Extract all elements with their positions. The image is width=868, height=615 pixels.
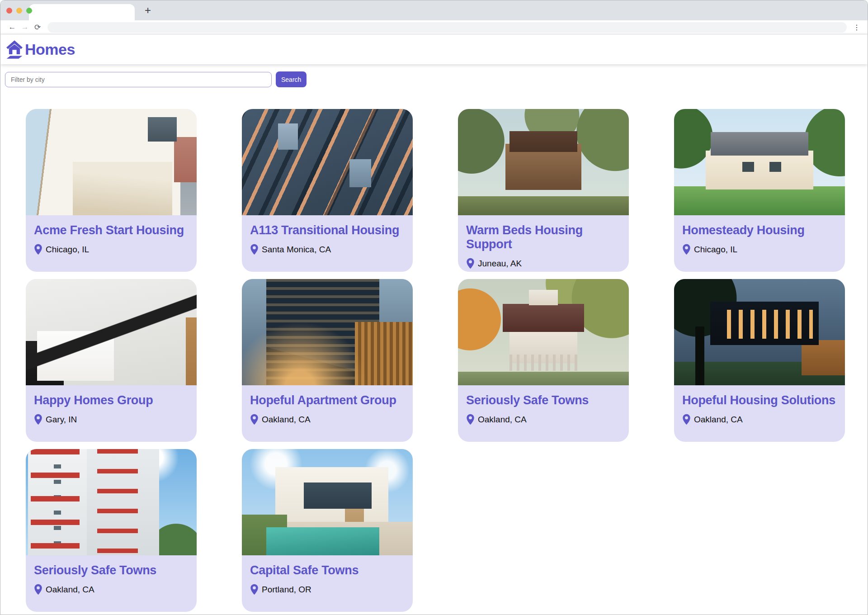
location-pin-icon <box>682 244 691 255</box>
location-pin-icon <box>466 414 475 425</box>
listing-name: Hopeful Apartment Group <box>250 393 405 407</box>
browser-tab[interactable] <box>29 4 135 20</box>
search-form: Search <box>5 71 863 87</box>
back-icon[interactable]: ← <box>6 21 19 33</box>
listing-card-body: Happy Homes Group Gary, IN <box>26 385 197 425</box>
listing-card[interactable]: A113 Transitional Housing Santa Monica, … <box>242 109 413 272</box>
close-button[interactable] <box>6 8 12 14</box>
listing-location: Santa Monica, CA <box>250 244 405 255</box>
listing-city: Chicago, IL <box>694 245 737 255</box>
listing-location: Gary, IN <box>34 414 189 425</box>
listing-card[interactable]: Hopeful Housing Solutions Oakland, CA <box>674 279 845 442</box>
listing-photo <box>674 279 845 385</box>
location-pin-icon <box>34 244 42 255</box>
city-filter-input[interactable] <box>5 72 272 87</box>
listing-card[interactable]: Hopeful Apartment Group Oakland, CA <box>242 279 413 442</box>
listing-city: Gary, IN <box>46 415 77 425</box>
listing-card[interactable]: Happy Homes Group Gary, IN <box>26 279 197 442</box>
location-pin-icon <box>250 244 259 255</box>
new-tab-button[interactable]: + <box>141 4 155 17</box>
tab-strip: + <box>0 0 868 20</box>
listing-card-body: Seriously Safe Towns Oakland, CA <box>458 385 629 425</box>
listing-city: Oakland, CA <box>46 585 94 595</box>
address-bar[interactable] <box>47 22 847 33</box>
app-title: Homes <box>25 41 75 58</box>
listing-city: Oakland, CA <box>478 415 527 425</box>
listing-card-body: A113 Transitional Housing Santa Monica, … <box>242 215 413 255</box>
main-content: Search Acme Fresh Start Housing Chicago,… <box>0 64 868 615</box>
listing-name: Hopeful Housing Solutions <box>682 393 837 407</box>
listing-location: Juneau, AK <box>466 258 621 269</box>
location-pin-icon <box>250 584 259 595</box>
listing-name: Seriously Safe Towns <box>466 393 621 407</box>
listing-location: Oakland, CA <box>34 584 189 595</box>
listing-photo <box>242 449 413 555</box>
listing-name: Capital Safe Towns <box>250 563 405 577</box>
listing-photo <box>674 109 845 215</box>
listing-city: Portland, OR <box>262 585 311 595</box>
listing-name: Seriously Safe Towns <box>34 563 189 577</box>
listing-photo <box>242 279 413 385</box>
listing-photo <box>458 279 629 385</box>
listing-city: Chicago, IL <box>46 245 89 255</box>
listing-location: Oakland, CA <box>250 414 405 425</box>
location-pin-icon <box>682 414 691 425</box>
listing-card[interactable]: Warm Beds Housing Support Juneau, AK <box>458 109 629 272</box>
location-pin-icon <box>34 414 42 425</box>
listing-card-body: Acme Fresh Start Housing Chicago, IL <box>26 215 197 255</box>
listing-photo <box>26 109 197 215</box>
listing-photo <box>458 109 629 215</box>
listing-location: Chicago, IL <box>34 244 189 255</box>
listing-city: Oakland, CA <box>262 415 311 425</box>
listing-photo <box>242 109 413 215</box>
listing-name: Warm Beds Housing Support <box>466 223 621 251</box>
listing-card[interactable]: Acme Fresh Start Housing Chicago, IL <box>26 109 197 272</box>
listing-photo <box>26 279 197 385</box>
listing-city: Santa Monica, CA <box>262 245 331 255</box>
listing-location: Portland, OR <box>250 584 405 595</box>
listings-grid: Acme Fresh Start Housing Chicago, IL A11… <box>26 109 863 612</box>
listing-name: Acme Fresh Start Housing <box>34 223 189 237</box>
minimize-button[interactable] <box>16 8 22 14</box>
listing-name: Happy Homes Group <box>34 393 189 407</box>
browser-window: + ← → ⟳ ⋮ Homes Search Acme Fresh Start … <box>0 0 868 615</box>
location-pin-icon <box>250 414 259 425</box>
listing-card-body: Homesteady Housing Chicago, IL <box>674 215 845 255</box>
location-pin-icon <box>34 584 42 595</box>
listing-card-body: Capital Safe Towns Portland, OR <box>242 555 413 595</box>
listing-card[interactable]: Seriously Safe Towns Oakland, CA <box>26 449 197 612</box>
kebab-menu-icon[interactable]: ⋮ <box>851 23 862 32</box>
house-logo-icon <box>5 39 24 59</box>
search-button[interactable]: Search <box>276 71 307 87</box>
window-controls <box>6 8 32 14</box>
zoom-button[interactable] <box>26 8 32 14</box>
listing-card[interactable]: Capital Safe Towns Portland, OR <box>242 449 413 612</box>
listing-location: Oakland, CA <box>682 414 837 425</box>
listing-location: Chicago, IL <box>682 244 837 255</box>
listing-card[interactable]: Seriously Safe Towns Oakland, CA <box>458 279 629 442</box>
listing-city: Juneau, AK <box>478 259 522 269</box>
listing-name: Homesteady Housing <box>682 223 837 237</box>
listing-name: A113 Transitional Housing <box>250 223 405 237</box>
listing-photo <box>26 449 197 555</box>
listing-card-body: Hopeful Housing Solutions Oakland, CA <box>674 385 845 425</box>
listing-card-body: Warm Beds Housing Support Juneau, AK <box>458 215 629 269</box>
listing-card-body: Hopeful Apartment Group Oakland, CA <box>242 385 413 425</box>
location-pin-icon <box>466 258 475 269</box>
listing-city: Oakland, CA <box>694 415 743 425</box>
browser-toolbar: ← → ⟳ ⋮ <box>0 20 868 34</box>
site-header: Homes <box>0 34 868 64</box>
reload-icon[interactable]: ⟳ <box>31 21 44 33</box>
listing-card[interactable]: Homesteady Housing Chicago, IL <box>674 109 845 272</box>
forward-icon[interactable]: → <box>19 21 31 33</box>
listing-card-body: Seriously Safe Towns Oakland, CA <box>26 555 197 595</box>
listing-location: Oakland, CA <box>466 414 621 425</box>
